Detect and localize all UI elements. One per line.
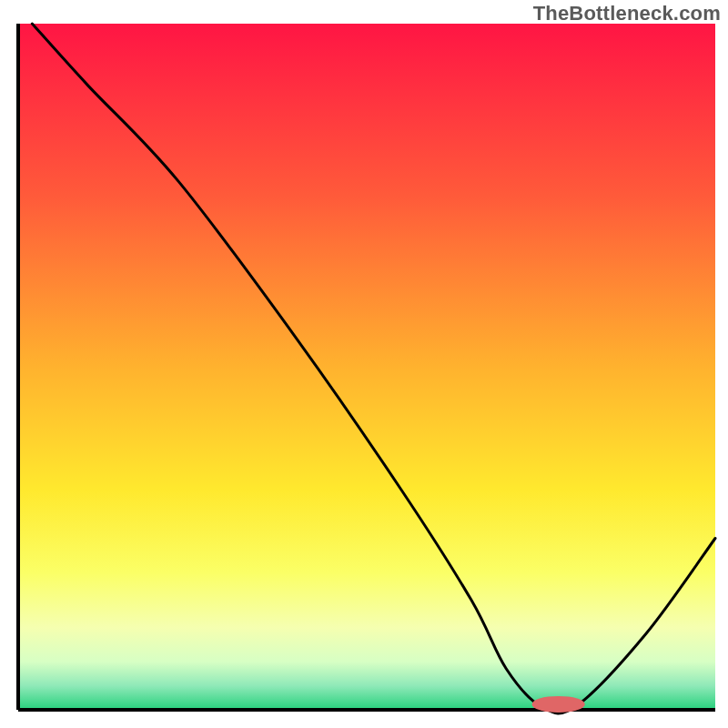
plot-background <box>18 24 715 710</box>
bottleneck-chart: TheBottleneck.com <box>0 0 728 728</box>
chart-canvas <box>0 0 728 728</box>
optimal-marker <box>532 696 585 713</box>
watermark-text: TheBottleneck.com <box>533 2 721 25</box>
